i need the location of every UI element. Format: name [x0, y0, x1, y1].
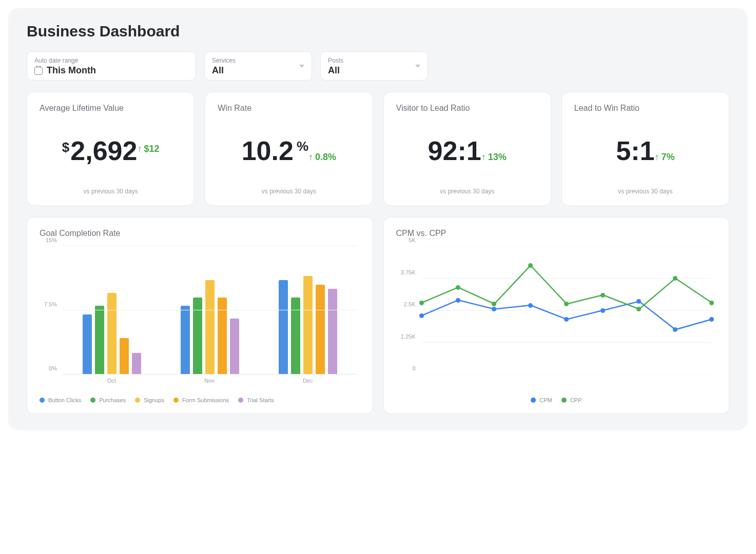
kpi-value: 10.2% [242, 137, 308, 164]
arrow-up-icon: ↑ [137, 144, 142, 153]
kpi-number: 10.2 [242, 137, 294, 164]
bar [205, 280, 215, 374]
kpi-compare-text: vs previous 30 days [40, 188, 182, 195]
kpi-row: Average Lifetime Value$2,692↑$12vs previ… [27, 92, 729, 206]
bar [83, 314, 92, 374]
bar [279, 280, 288, 374]
legend-label: CPM [539, 397, 552, 403]
legend-swatch [135, 398, 140, 403]
arrow-up-icon: ↑ [308, 152, 313, 162]
filter-value: All [212, 65, 224, 76]
kpi-change: ↑0.8% [308, 152, 336, 163]
bar [181, 306, 190, 374]
data-point [419, 301, 424, 305]
y-tick-label: 5K [409, 237, 415, 243]
x-tick-label: Nov [204, 378, 215, 384]
legend-swatch [531, 398, 536, 403]
bar [303, 276, 313, 374]
data-point [528, 303, 533, 308]
chevron-down-icon [299, 65, 304, 68]
legend-label: CPP [570, 397, 582, 403]
chart-title: CPM vs. CPP [396, 229, 717, 238]
x-tick-label: Oct [107, 378, 116, 384]
y-tick-label: 3.75K [401, 269, 416, 275]
arrow-up-icon: ↑ [654, 152, 659, 162]
filter-value: This Month [47, 65, 96, 76]
kpi-value: 5:1 [616, 137, 654, 164]
kpi-change: ↑$12 [137, 144, 159, 154]
y-tick-label: 0 [412, 365, 415, 371]
calendar-icon [34, 67, 43, 75]
bar [291, 298, 300, 374]
chart-legend: CPMCPP [396, 397, 717, 403]
kpi-number: 2,692 [70, 137, 137, 164]
y-tick-label: 7.5% [44, 301, 57, 307]
cpm-cpp-chart-card: CPM vs. CPP 01.25K2.5K3.75K5K CPMCPP [383, 217, 730, 414]
y-tick-label: 2.5K [404, 301, 416, 307]
legend-item: Trial Starts [238, 397, 274, 403]
kpi-suffix: % [297, 140, 308, 153]
kpi-card: Win Rate10.2%↑0.8%vs previous 30 days [205, 92, 373, 206]
kpi-title: Lead to Win Ratio [574, 104, 716, 113]
legend-swatch [238, 398, 243, 403]
bar [328, 289, 337, 374]
services-filter[interactable]: Services All [204, 51, 312, 81]
bar-group [83, 246, 141, 374]
bar-group [279, 246, 337, 374]
filter-label: Auto date range [34, 57, 188, 64]
kpi-number: 5:1 [616, 137, 654, 164]
bar [120, 338, 129, 374]
y-tick-label: 0% [49, 365, 57, 371]
filter-label: Posts [328, 57, 420, 64]
legend-item: Button Clicks [40, 397, 81, 403]
kpi-value: 92:1 [428, 137, 481, 164]
bar [132, 353, 141, 374]
legend-swatch [173, 398, 179, 403]
legend-label: Form Submissions [182, 397, 229, 403]
kpi-title: Visitor to Lead Ratio [396, 104, 538, 113]
kpi-prefix: $ [62, 141, 69, 154]
bar [230, 319, 239, 374]
bar-chart: 0%7.5%15% OctNovDec [40, 246, 360, 390]
posts-filter[interactable]: Posts All [320, 51, 428, 81]
legend-swatch [90, 398, 95, 403]
legend-label: Signups [144, 397, 164, 403]
kpi-change: ↑7% [654, 152, 674, 163]
line-chart: 01.25K2.5K3.75K5K [396, 246, 717, 390]
data-point [709, 301, 714, 305]
kpi-compare-text: vs previous 30 days [218, 188, 360, 195]
bar-group [181, 246, 239, 374]
data-point [673, 327, 677, 332]
bar [218, 298, 227, 374]
data-point [600, 293, 605, 298]
y-tick-label: 1.25K [401, 333, 416, 340]
kpi-title: Average Lifetime Value [40, 104, 182, 113]
chart-legend: Button ClicksPurchasesSignupsForm Submis… [40, 397, 360, 403]
bar [316, 285, 325, 374]
bar [107, 293, 117, 374]
kpi-value: $2,692 [62, 137, 138, 164]
kpi-change: ↑13% [481, 152, 507, 163]
chevron-down-icon [415, 65, 420, 68]
date-range-filter[interactable]: Auto date range This Month [27, 51, 196, 81]
page-title: Business Dashboard [27, 23, 729, 40]
data-point [419, 313, 424, 318]
data-point [456, 298, 460, 303]
data-point [456, 285, 460, 290]
kpi-card: Lead to Win Ratio5:1↑7%vs previous 30 da… [561, 92, 729, 206]
legend-item: CPM [531, 397, 552, 403]
kpi-card: Visitor to Lead Ratio92:1↑13%vs previous… [383, 92, 551, 206]
filter-label: Services [212, 57, 304, 64]
kpi-card: Average Lifetime Value$2,692↑$12vs previ… [27, 92, 195, 206]
x-tick-label: Dec [303, 378, 313, 384]
data-point [673, 276, 677, 281]
chart-title: Goal Completion Rate [40, 229, 360, 238]
legend-item: Signups [135, 397, 164, 403]
y-tick-label: 15% [46, 237, 57, 243]
data-point [600, 308, 605, 313]
bar [193, 298, 202, 374]
filter-bar: Auto date range This Month Services All … [27, 51, 729, 81]
legend-item: Form Submissions [173, 397, 229, 403]
data-point [528, 263, 533, 268]
legend-item: Purchases [90, 397, 126, 403]
